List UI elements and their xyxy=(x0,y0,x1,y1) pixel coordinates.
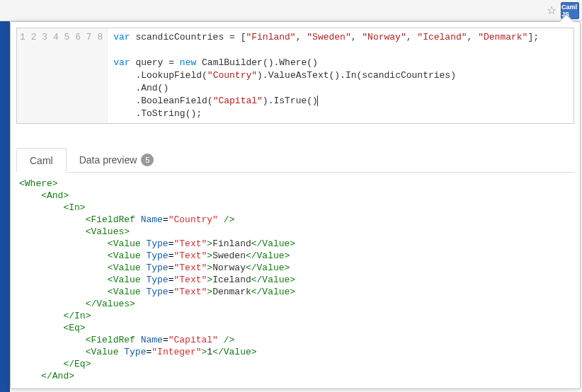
code-editor[interactable]: 1 2 3 4 5 6 7 8 var scandicCountries = [… xyxy=(16,28,574,124)
tab-bar: Caml Data preview 5 xyxy=(16,148,574,173)
caml-output: <Where> <And> <In> <FieldRef Name="Count… xyxy=(16,175,574,383)
background-strip xyxy=(0,21,10,392)
tab-data-preview[interactable]: Data preview 5 xyxy=(67,148,167,172)
extension-popup: 1 2 3 4 5 6 7 8 var scandicCountries = [… xyxy=(10,21,581,389)
tab-caml[interactable]: Caml xyxy=(16,148,67,173)
code-area[interactable]: var scandicCountries = ["Finland", "Swed… xyxy=(108,28,574,123)
data-preview-count-badge: 5 xyxy=(141,154,154,166)
browser-toolbar: ☆ Caml JS xyxy=(0,0,582,21)
text-cursor xyxy=(317,96,318,106)
bookmark-star-icon[interactable]: ☆ xyxy=(545,4,558,17)
line-gutter: 1 2 3 4 5 6 7 8 xyxy=(17,28,108,123)
